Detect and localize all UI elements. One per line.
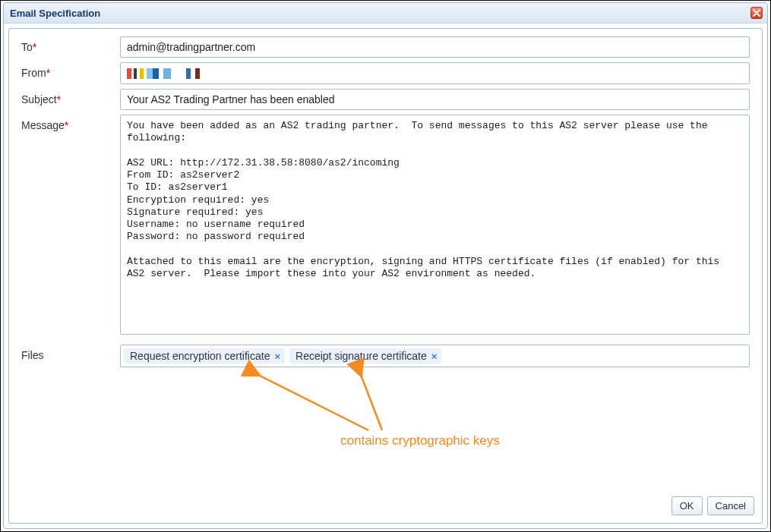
dialog-titlebar: Email Specification — [4, 3, 767, 24]
file-chip-label: Request encryption certificate — [130, 350, 270, 362]
form-area: To* From* — [9, 29, 762, 490]
file-chip-remove-button[interactable]: × — [274, 351, 280, 361]
label-to: To* — [21, 36, 120, 53]
ok-button[interactable]: OK — [671, 496, 703, 515]
message-textarea[interactable] — [120, 115, 750, 335]
dialog-title: Email Specification — [10, 8, 750, 19]
label-message-text: Message — [21, 119, 65, 131]
label-subject-text: Subject — [21, 93, 57, 105]
label-files-text: Files — [21, 349, 44, 361]
row-files: Files Request encryption certificate × R… — [21, 345, 750, 367]
redacted-from-value — [127, 68, 233, 79]
label-to-text: To — [21, 41, 33, 53]
dialog-button-bar: OK Cancel — [9, 490, 762, 523]
label-subject: Subject* — [21, 89, 120, 105]
annotation-text: contains cryptographic keys — [340, 433, 500, 449]
screenshot-frame: Email Specification To* — [0, 0, 771, 532]
close-icon — [753, 9, 760, 17]
required-marker: * — [33, 41, 36, 53]
label-message: Message* — [21, 115, 120, 131]
row-subject: Subject* — [21, 89, 750, 110]
label-from: From* — [21, 62, 120, 79]
email-specification-dialog: Email Specification To* — [3, 2, 768, 529]
row-from: From* — [21, 62, 750, 84]
file-chip-signature-cert[interactable]: Receipt signature certificate × — [289, 348, 441, 364]
required-marker: * — [57, 93, 61, 105]
required-marker: * — [65, 119, 68, 131]
file-chip-label: Receipt signature certificate — [295, 350, 427, 362]
row-message: Message* — [21, 115, 750, 337]
file-chip-remove-button[interactable]: × — [431, 351, 438, 361]
file-chip-encryption-cert[interactable]: Request encryption certificate × — [124, 348, 285, 364]
cancel-button[interactable]: Cancel — [707, 496, 754, 515]
to-input[interactable] — [120, 36, 750, 58]
required-marker: * — [46, 67, 50, 79]
from-input[interactable] — [120, 62, 750, 84]
files-input[interactable]: Request encryption certificate × Receipt… — [120, 345, 750, 367]
label-files: Files — [21, 345, 120, 361]
row-to: To* — [21, 36, 750, 58]
dialog-close-button[interactable] — [750, 7, 763, 19]
dialog-body: To* From* — [8, 28, 763, 524]
label-from-text: From — [21, 67, 46, 79]
subject-input[interactable] — [120, 89, 750, 110]
